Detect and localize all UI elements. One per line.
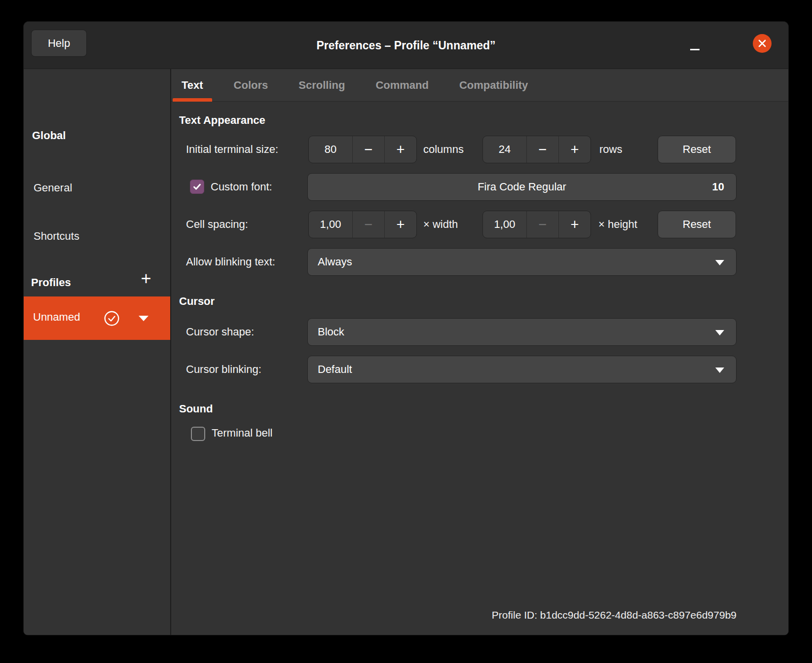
rows-spinbutton: 24 − + (482, 136, 591, 163)
tab-bar: Text Colors Scrolling Command Compatibil… (171, 69, 788, 102)
cell-height-decrement-button[interactable]: − (526, 211, 558, 238)
font-name: Fira Code Regular (308, 181, 736, 193)
columns-unit-label: columns (423, 136, 464, 163)
titlebar: Help Preferences – Profile “Unnamed” (24, 22, 788, 69)
custom-font-checkbox[interactable] (190, 180, 204, 194)
sidebar-header-profiles: Profiles (31, 276, 71, 289)
allow-blinking-text-dropdown[interactable]: Always (307, 248, 737, 276)
row-cursor-shape: Cursor shape: Block (171, 318, 788, 346)
rows-decrement-button[interactable]: − (526, 136, 558, 163)
sidebar-header-global: Global (32, 129, 66, 142)
preferences-window: Help Preferences – Profile “Unnamed” Glo… (24, 22, 788, 635)
content-pane: Text Colors Scrolling Command Compatibil… (171, 69, 788, 635)
profile-id-text: Profile ID: b1dcc9dd-5262-4d8d-a863-c897… (492, 609, 737, 621)
cell-width-unit-label: × width (423, 211, 458, 238)
profile-name: Unnamed (33, 311, 80, 324)
tab-compatibility[interactable]: Compatibility (450, 69, 537, 102)
rows-unit-label: rows (599, 136, 622, 163)
cell-width-decrement-button[interactable]: − (352, 211, 384, 238)
allow-blinking-text-value: Always (318, 256, 352, 268)
minimize-icon (690, 49, 700, 50)
cell-width-value[interactable]: 1,00 (309, 211, 352, 238)
custom-font-label: Custom font: (211, 173, 272, 201)
section-heading-sound: Sound (179, 401, 788, 417)
close-button[interactable] (753, 34, 772, 53)
row-cell-spacing: Cell spacing: 1,00 − + × width 1,00 − + … (171, 211, 788, 238)
cell-height-spinbutton: 1,00 − + (482, 211, 591, 238)
cursor-blinking-label: Cursor blinking: (186, 356, 261, 383)
section-heading-cursor: Cursor (179, 294, 788, 309)
terminal-bell-label: Terminal bell (212, 427, 273, 440)
dropdown-arrow-icon (715, 368, 724, 373)
cell-spacing-label: Cell spacing: (186, 211, 248, 238)
row-allow-blinking-text: Allow blinking text: Always (171, 248, 788, 276)
text-tab-page: Text Appearance Initial terminal size: 8… (171, 102, 788, 635)
cursor-shape-dropdown[interactable]: Block (307, 318, 737, 346)
cell-height-unit-label: × height (598, 211, 637, 238)
columns-decrement-button[interactable]: − (352, 136, 384, 163)
cell-width-spinbutton: 1,00 − + (308, 211, 417, 238)
cursor-shape-label: Cursor shape: (186, 318, 254, 346)
columns-increment-button[interactable]: + (384, 136, 416, 163)
terminal-bell-checkbox[interactable] (191, 427, 205, 441)
columns-value[interactable]: 80 (309, 136, 352, 163)
font-chooser-button[interactable]: Fira Code Regular 10 (307, 173, 737, 201)
row-terminal-bell: Terminal bell (171, 426, 788, 442)
window-title: Preferences – Profile “Unnamed” (24, 22, 788, 69)
sidebar-item-shortcuts[interactable]: Shortcuts (34, 230, 79, 243)
columns-spinbutton: 80 − + (308, 136, 417, 163)
row-custom-font: Custom font: Fira Code Regular 10 (171, 173, 788, 201)
profile-menu-chevron-down-icon[interactable] (139, 316, 148, 321)
cell-width-increment-button[interactable]: + (384, 211, 416, 238)
dropdown-arrow-icon (715, 330, 724, 335)
dropdown-arrow-icon (715, 260, 724, 265)
tab-command[interactable]: Command (367, 69, 438, 102)
sidebar: Global General Shortcuts Profiles + Unna… (24, 69, 170, 635)
initial-terminal-size-label: Initial terminal size: (186, 136, 278, 163)
sidebar-item-profile-unnamed[interactable]: Unnamed (24, 296, 170, 340)
minimize-button[interactable] (686, 37, 703, 54)
terminal-size-reset-button[interactable]: Reset (658, 136, 736, 163)
cell-spacing-reset-button[interactable]: Reset (658, 211, 736, 238)
cell-height-increment-button[interactable]: + (558, 211, 591, 238)
section-heading-text-appearance: Text Appearance (179, 112, 788, 128)
row-cursor-blinking: Cursor blinking: Default (171, 356, 788, 383)
sidebar-item-general[interactable]: General (34, 182, 72, 194)
default-profile-check-icon (104, 310, 120, 329)
checkmark-icon (192, 182, 202, 191)
tab-text[interactable]: Text (173, 69, 212, 102)
rows-increment-button[interactable]: + (558, 136, 591, 163)
cursor-blinking-value: Default (318, 363, 352, 376)
row-initial-terminal-size: Initial terminal size: 80 − + columns 24… (171, 136, 788, 163)
cell-height-value[interactable]: 1,00 (483, 211, 526, 238)
font-size: 10 (712, 181, 724, 193)
tab-colors[interactable]: Colors (225, 69, 277, 102)
close-icon (757, 38, 767, 48)
allow-blinking-text-label: Allow blinking text: (186, 248, 275, 276)
add-profile-button[interactable]: + (136, 268, 156, 290)
cursor-blinking-dropdown[interactable]: Default (307, 356, 737, 383)
tab-scrolling[interactable]: Scrolling (290, 69, 354, 102)
cursor-shape-value: Block (318, 326, 344, 338)
rows-value[interactable]: 24 (483, 136, 526, 163)
